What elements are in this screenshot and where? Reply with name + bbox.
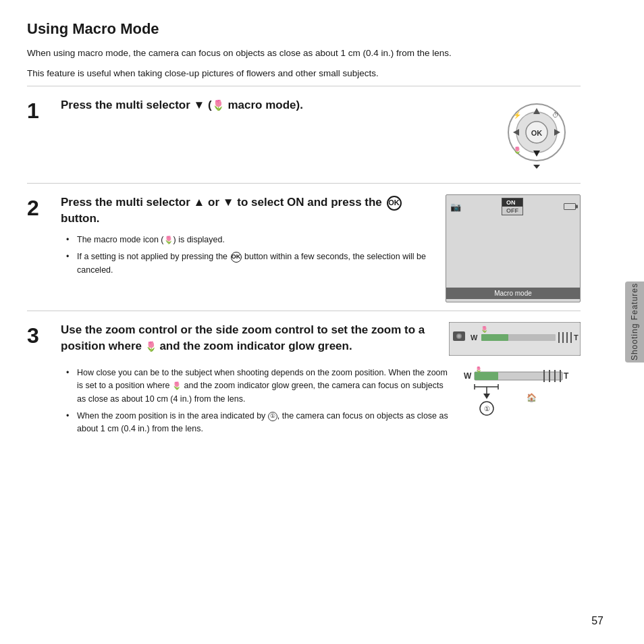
svg-rect-28 xyxy=(543,370,545,382)
step-2-row: 2 Press the multi selector ▲ or ▼ to sel… xyxy=(27,183,581,311)
step-2-number: 2 xyxy=(27,197,61,219)
svg-rect-22 xyxy=(570,332,572,343)
step-3-bullet-2: When the zoom position is in the area in… xyxy=(66,410,449,436)
step-3-instruction: Use the zoom control or the side zoom co… xyxy=(61,322,435,354)
svg-rect-29 xyxy=(549,370,550,382)
svg-text:T: T xyxy=(564,371,569,381)
svg-marker-11 xyxy=(533,165,540,169)
svg-marker-4 xyxy=(533,108,540,114)
svg-rect-21 xyxy=(566,332,568,343)
step-2-bullet-1: The macro mode icon (🌷) is displayed. xyxy=(66,234,432,246)
main-content: Using Macro Mode When using macro mode, … xyxy=(0,0,608,468)
svg-text:W: W xyxy=(471,333,478,342)
svg-rect-20 xyxy=(562,332,564,343)
svg-text:🌷: 🌷 xyxy=(513,146,522,155)
step-3-row: 3 Use the zoom control or the side zoom … xyxy=(27,311,581,448)
lcd-macro-mode-label: Macro mode xyxy=(446,288,580,299)
svg-text:W: W xyxy=(464,371,472,381)
step-1-image: OK ⚡ ⏱ 🌷 xyxy=(493,97,581,175)
svg-rect-30 xyxy=(554,370,556,382)
step-3-bullets: How close you can be to the subject when… xyxy=(61,367,449,440)
step-1-instruction: Press the multi selector ▼ (🌷 macro mode… xyxy=(61,97,479,113)
dial-svg: OK ⚡ ⏱ 🌷 xyxy=(493,97,581,175)
lcd-on-off-toggle: ON OFF xyxy=(502,198,523,215)
lcd-battery-icon xyxy=(564,203,576,210)
step-3-bullet-list: How close you can be to the subject when… xyxy=(61,367,449,436)
step-2-content: Press the multi selector ▲ or ▼ to selec… xyxy=(61,194,432,281)
step-2-bullet-2: If a setting is not applied by pressing … xyxy=(66,250,432,277)
step-3-bullet-1: How close you can be to the subject when… xyxy=(66,367,449,406)
step-2-instruction: Press the multi selector ▲ or ▼ to selec… xyxy=(61,194,432,227)
svg-text:①: ① xyxy=(484,405,490,412)
step-1-number: 1 xyxy=(27,100,61,122)
svg-rect-19 xyxy=(558,332,560,343)
step-3-top-image: W T 🌷 xyxy=(449,322,581,358)
sidebar-label: Shooting Features xyxy=(630,283,639,360)
svg-rect-18 xyxy=(481,334,508,341)
svg-marker-37 xyxy=(483,394,490,399)
svg-rect-31 xyxy=(560,370,561,382)
svg-point-15 xyxy=(458,335,461,338)
step-1-row: 1 Press the multi selector ▼ (🌷 macro mo… xyxy=(27,86,581,183)
svg-text:🏠: 🏠 xyxy=(527,392,537,402)
svg-rect-27 xyxy=(475,372,498,380)
step-3-main: 3 Use the zoom control or the side zoom … xyxy=(27,322,581,361)
intro-paragraph-2: This feature is useful when taking close… xyxy=(27,66,581,81)
zoom-bottom-image: W T xyxy=(462,367,581,423)
zoom-top-svg: W T 🌷 xyxy=(449,322,581,356)
svg-text:🌷: 🌷 xyxy=(475,367,482,373)
svg-text:⏱: ⏱ xyxy=(552,111,559,119)
step-2-bullets: The macro mode icon (🌷) is displayed. If… xyxy=(61,234,432,277)
lcd-screen: 📷 ON OFF Macro mode xyxy=(446,194,581,302)
svg-text:⚡: ⚡ xyxy=(513,111,522,119)
side-tab: Shooting Features xyxy=(625,281,644,363)
lcd-on-label: ON xyxy=(502,198,522,207)
lcd-top-bar: 📷 ON OFF xyxy=(446,195,580,218)
step-3-bullets-images: How close you can be to the subject when… xyxy=(61,367,581,440)
lcd-camera-icon: 📷 xyxy=(450,202,461,212)
svg-marker-5 xyxy=(533,151,540,157)
page-title: Using Macro Mode xyxy=(27,20,581,38)
step-3-number: 3 xyxy=(27,325,61,346)
svg-text:T: T xyxy=(574,333,579,342)
page-number: 57 xyxy=(591,615,603,627)
step-2-image: 📷 ON OFF Macro mode xyxy=(446,194,581,302)
step-1-content: Press the multi selector ▼ (🌷 macro mode… xyxy=(61,97,479,120)
svg-text:OK: OK xyxy=(531,129,543,137)
step-3-content: Use the zoom control or the side zoom co… xyxy=(61,322,435,361)
svg-text:🌷: 🌷 xyxy=(481,325,489,333)
intro-paragraph-1: When using macro mode, the camera can fo… xyxy=(27,46,581,61)
lcd-off-label: OFF xyxy=(502,207,522,215)
zoom-bottom-svg: W T xyxy=(462,367,581,421)
